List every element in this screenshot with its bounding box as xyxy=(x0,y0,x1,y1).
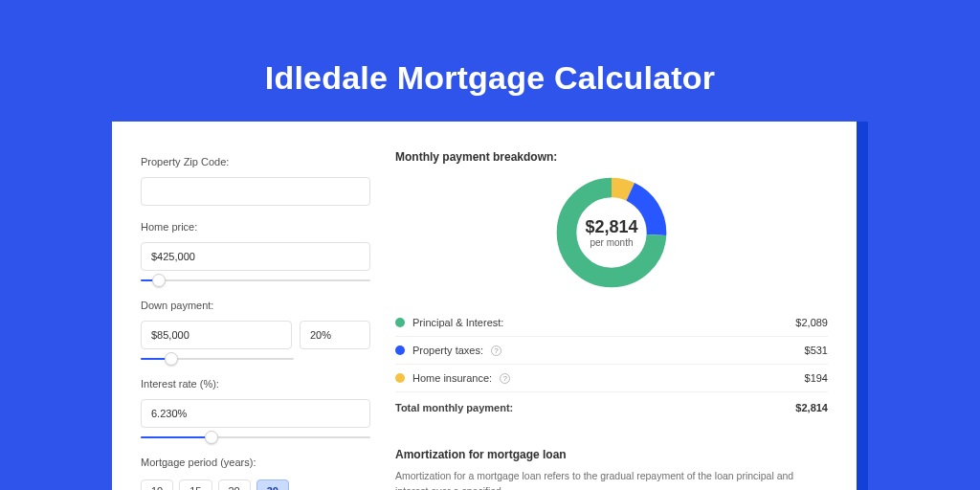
interest-rate-label: Interest rate (%): xyxy=(141,378,370,390)
panel-shadow: Property Zip Code: Home price: Down paym… xyxy=(112,122,868,490)
down-payment-pct-input[interactable] xyxy=(300,321,370,349)
legend-label: Principal & Interest: xyxy=(412,317,503,328)
donut-sub: per month xyxy=(585,237,637,248)
legend-dot xyxy=(395,345,405,355)
legend-label: Home insurance: xyxy=(412,372,492,384)
interest-rate-input[interactable] xyxy=(141,399,370,428)
legend-line: Property taxes:?$531 xyxy=(395,337,828,365)
breakdown-heading: Monthly payment breakdown: xyxy=(395,150,828,164)
amortization-heading: Amortization for mortgage loan xyxy=(395,448,828,461)
amortization-text: Amortization for a mortgage loan refers … xyxy=(395,469,828,490)
total-label: Total monthly payment: xyxy=(395,402,513,413)
period-option-20[interactable]: 20 xyxy=(218,479,251,490)
donut-chart: $2,814 per month xyxy=(395,173,828,292)
breakdown-legend: Principal & Interest:$2,089Property taxe… xyxy=(395,309,828,392)
legend-dot xyxy=(395,318,405,327)
period-option-10[interactable]: 10 xyxy=(141,479,173,490)
down-payment-input[interactable] xyxy=(141,321,292,349)
page-title: Idledale Mortgage Calculator xyxy=(265,59,715,97)
legend-line: Principal & Interest:$2,089 xyxy=(395,309,828,337)
legend-label: Property taxes: xyxy=(412,345,483,356)
home-price-input[interactable] xyxy=(141,242,370,271)
period-label: Mortgage period (years): xyxy=(141,457,370,468)
home-price-label: Home price: xyxy=(141,221,370,233)
zip-label: Property Zip Code: xyxy=(141,156,370,167)
legend-value: $2,089 xyxy=(795,317,828,328)
period-options: 10152030 xyxy=(141,479,370,490)
inputs-column: Property Zip Code: Home price: Down paym… xyxy=(141,150,370,490)
donut-amount: $2,814 xyxy=(585,217,637,237)
legend-value: $531 xyxy=(805,345,828,356)
total-value: $2,814 xyxy=(795,402,828,413)
down-payment-label: Down payment: xyxy=(141,300,370,311)
info-icon[interactable]: ? xyxy=(500,373,510,384)
breakdown-column: Monthly payment breakdown: $2,814 per mo… xyxy=(395,150,828,490)
legend-line: Home insurance:?$194 xyxy=(395,365,828,392)
info-icon[interactable]: ? xyxy=(491,345,501,356)
zip-input[interactable] xyxy=(141,177,370,206)
legend-value: $194 xyxy=(805,372,828,384)
period-option-30[interactable]: 30 xyxy=(256,479,289,490)
calculator-panel: Property Zip Code: Home price: Down paym… xyxy=(112,122,857,490)
legend-dot xyxy=(395,373,405,383)
period-option-15[interactable]: 15 xyxy=(179,479,212,490)
